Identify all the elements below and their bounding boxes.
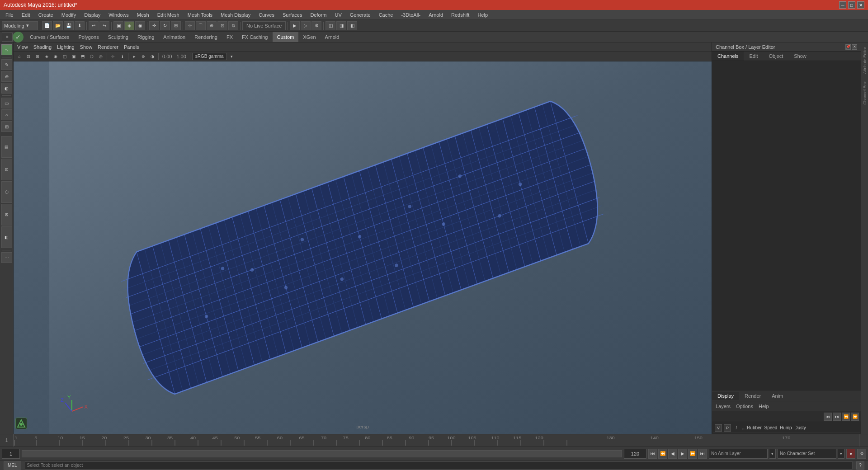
- vp-sync-button[interactable]: ⊞: [33, 52, 42, 61]
- viewport-menu-renderer[interactable]: Renderer: [98, 44, 118, 50]
- cb-tab-edit[interactable]: Edit: [744, 52, 763, 61]
- new-file-button[interactable]: 📄: [42, 21, 52, 30]
- preferences-button[interactable]: ⚙: [857, 449, 866, 459]
- measure-tool-button[interactable]: ⊞: [1, 121, 12, 132]
- viewport-menu-show[interactable]: Show: [80, 44, 93, 50]
- left-double-tool-5[interactable]: ◧: [1, 226, 12, 248]
- scale-tool-button[interactable]: ⊞: [171, 21, 181, 30]
- snap-view-button[interactable]: ⊡: [217, 21, 227, 30]
- vp-home-button[interactable]: ⌂: [15, 52, 24, 61]
- layer-toolbar-btn-3[interactable]: ⏪: [842, 413, 850, 421]
- rotate-tool-button[interactable]: ↻: [160, 21, 170, 30]
- dr-tab-render[interactable]: Render: [739, 392, 766, 400]
- auto-key-button[interactable]: ●: [846, 449, 855, 459]
- layer-toolbar-btn-2[interactable]: ⏭: [833, 413, 841, 421]
- cb-tab-object[interactable]: Object: [763, 52, 788, 61]
- undo-button[interactable]: ↩: [89, 21, 99, 30]
- range-end-field[interactable]: 120: [624, 449, 646, 459]
- menu-modify[interactable]: Modify: [58, 11, 80, 19]
- left-double-tool-3[interactable]: ⬡: [1, 181, 12, 203]
- tab-rigging[interactable]: Rigging: [133, 32, 159, 42]
- menu-edit-mesh[interactable]: Edit Mesh: [154, 11, 183, 19]
- step-back-button[interactable]: ⏪: [658, 449, 667, 459]
- left-double-tool-4[interactable]: ⊠: [1, 204, 12, 226]
- render-settings-button[interactable]: ⚙: [311, 21, 321, 30]
- render-scene-button[interactable]: ▶: [290, 21, 300, 30]
- channel-box-label[interactable]: Channel Box: [862, 78, 868, 108]
- vp-heads-up-button[interactable]: ℹ: [118, 52, 126, 61]
- vp-select-type-button[interactable]: ▸: [130, 52, 138, 61]
- menu-generate[interactable]: Generate: [346, 11, 374, 19]
- vp-grid-button[interactable]: ⊹: [109, 52, 117, 61]
- select-mode-button[interactable]: ↖: [1, 44, 12, 55]
- viewport-menu-view[interactable]: View: [17, 44, 28, 50]
- char-set-dropdown-button[interactable]: ▾: [838, 449, 844, 459]
- menu-curves[interactable]: Curves: [255, 11, 278, 19]
- menu-mesh-tools[interactable]: Mesh Tools: [184, 11, 216, 19]
- menu-redshift[interactable]: Redshift: [448, 11, 473, 19]
- minimize-button[interactable]: ─: [839, 1, 846, 9]
- range-start-field[interactable]: 1: [2, 449, 20, 459]
- menu-uv[interactable]: UV: [331, 11, 345, 19]
- create-poly-button[interactable]: ▭: [1, 98, 12, 108]
- vp-paint-button[interactable]: ◑: [148, 52, 156, 61]
- vp-isolate-button[interactable]: ◎: [97, 52, 105, 61]
- transform-tool-button[interactable]: ⊕: [1, 71, 12, 82]
- menu-mesh-display[interactable]: Mesh Display: [217, 11, 254, 19]
- tab-rendering[interactable]: Rendering: [190, 32, 222, 42]
- play-back-button[interactable]: ◀: [668, 449, 677, 459]
- play-forward-button[interactable]: ▶: [678, 449, 687, 459]
- left-double-tool-1[interactable]: ▤: [1, 136, 12, 158]
- go-start-button[interactable]: ⏮: [648, 449, 657, 459]
- snap-grid-button[interactable]: ⊹: [185, 21, 195, 30]
- cb-tab-channels[interactable]: Channels: [712, 52, 744, 61]
- ipr-render-button[interactable]: ▷: [301, 21, 311, 30]
- help-label[interactable]: Help: [759, 404, 769, 409]
- layer-visibility-button[interactable]: V: [715, 424, 722, 432]
- timeline-ruler[interactable]: 1 5 10 15 20 25 30 35 40: [14, 434, 859, 446]
- viewport[interactable]: View Shading Lighting Show Renderer Pane…: [14, 42, 712, 434]
- vp-measure-button[interactable]: ⊕: [139, 52, 147, 61]
- title-bar-controls[interactable]: ─ □ ✕: [839, 1, 864, 9]
- vp-shading-button[interactable]: ◉: [52, 52, 60, 61]
- paint-select-button[interactable]: ◉: [135, 21, 145, 30]
- tab-animation[interactable]: Animation: [159, 32, 190, 42]
- bottom-tool-button[interactable]: ⋯: [1, 252, 12, 263]
- select-tool-button[interactable]: ▣: [113, 21, 123, 30]
- open-file-button[interactable]: 📂: [53, 21, 63, 30]
- menu-windows[interactable]: Windows: [105, 11, 132, 19]
- tab-sculpting[interactable]: Sculpting: [104, 32, 133, 42]
- right-icons-1[interactable]: ◫: [326, 21, 335, 30]
- menu-help[interactable]: Help: [474, 11, 491, 19]
- channel-box-close-button[interactable]: ✕: [852, 44, 857, 50]
- menu-arnold[interactable]: Arnold: [425, 11, 447, 19]
- menu-3dtoall[interactable]: -3DtoAll-: [397, 11, 424, 19]
- right-icons-3[interactable]: ◧: [347, 21, 357, 30]
- tab-xgen[interactable]: XGen: [298, 32, 320, 42]
- menu-display[interactable]: Display: [80, 11, 104, 19]
- gamma-selector[interactable]: sRGB gamma: [192, 53, 227, 60]
- menu-deform[interactable]: Deform: [307, 11, 330, 19]
- viewport-menu-lighting[interactable]: Lighting: [57, 44, 75, 50]
- mel-tab[interactable]: MEL: [4, 461, 21, 470]
- dr-tab-anim[interactable]: Anim: [766, 392, 788, 400]
- vp-wire-button[interactable]: ◫: [61, 52, 69, 61]
- layer-toolbar-btn-4[interactable]: ⏩: [851, 413, 859, 421]
- redo-button[interactable]: ↪: [99, 21, 109, 30]
- tab-curves-surfaces[interactable]: Curves / Surfaces: [25, 32, 74, 42]
- layer-toolbar-btn-1[interactable]: ⏮: [824, 413, 832, 421]
- gamma-options-button[interactable]: ▾: [228, 52, 236, 61]
- step-forward-button[interactable]: ⏩: [688, 449, 697, 459]
- save-file-button[interactable]: 💾: [64, 21, 74, 30]
- menu-cache[interactable]: Cache: [375, 11, 397, 19]
- tab-custom[interactable]: Custom: [273, 32, 299, 42]
- vp-solid-button[interactable]: ▣: [70, 52, 78, 61]
- vp-smooth-button[interactable]: ⬡: [88, 52, 96, 61]
- layers-label[interactable]: Layers: [716, 404, 731, 409]
- menu-mesh[interactable]: Mesh: [133, 11, 153, 19]
- close-button[interactable]: ✕: [857, 1, 864, 9]
- cb-tab-show[interactable]: Show: [788, 52, 812, 61]
- create-nurbs-button[interactable]: ○: [1, 109, 12, 120]
- left-double-tool-2[interactable]: ⊡: [1, 159, 12, 180]
- tab-arnold[interactable]: Arnold: [321, 32, 344, 42]
